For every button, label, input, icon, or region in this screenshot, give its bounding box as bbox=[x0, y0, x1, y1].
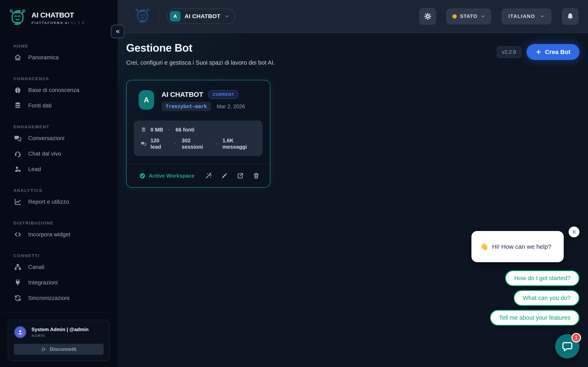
chat-close-button[interactable]: ✕ bbox=[569, 226, 579, 237]
section-connetti: CONNETTI bbox=[9, 253, 118, 258]
topbar: A AI CHATBOT STATO ITALIANO bbox=[118, 0, 588, 33]
storage-stats: 0 MB · 66 fonti bbox=[141, 127, 256, 133]
sidebar-collapse-button[interactable]: « bbox=[111, 25, 125, 38]
pencil-icon bbox=[221, 172, 228, 179]
chat-bubbles-icon bbox=[141, 141, 146, 147]
brand-name: AI CHATBOT bbox=[31, 11, 85, 19]
create-bot-button[interactable]: Crea Bot bbox=[527, 44, 579, 60]
workspace-name: AI CHATBOT bbox=[162, 91, 203, 99]
logout-icon bbox=[41, 347, 47, 352]
sidebar-item-chat-dal-vivo[interactable]: Chat dal vivo bbox=[9, 146, 118, 161]
sidebar-footer: System Admin | @admin ADMIN Disconnetti bbox=[0, 312, 118, 367]
brand-block: AI CHATBOT PIATTAFORMA AIV2.2.9 bbox=[0, 0, 118, 26]
workspace-card: A AI CHATBOT CURRENT frenzybot-mark Mar … bbox=[126, 80, 270, 188]
sidebar-item-canali[interactable]: Canali bbox=[9, 259, 118, 275]
magic-wand-button[interactable] bbox=[205, 172, 212, 179]
sidebar-item-integrazioni[interactable]: Integrazioni bbox=[9, 275, 118, 290]
sidebar-item-panoramica[interactable]: Panoramica bbox=[9, 50, 118, 65]
section-home: HOME bbox=[9, 44, 118, 49]
chat-widget: 👋 Hi! How can we help? ✕ How do I get st… bbox=[471, 226, 579, 359]
page-title: Gestione Bot bbox=[126, 42, 275, 54]
workspace-card-avatar: A bbox=[139, 90, 154, 110]
magic-wand-icon bbox=[205, 172, 212, 179]
chevron-down-icon bbox=[481, 14, 485, 18]
database-icon bbox=[14, 102, 22, 109]
headset-icon bbox=[14, 150, 22, 158]
person-tag-icon bbox=[14, 165, 22, 173]
chevron-down-icon bbox=[225, 14, 229, 19]
robot-logo-icon bbox=[9, 9, 26, 26]
current-badge: CURRENT bbox=[208, 90, 239, 99]
sidebar-nav: HOME Panoramica CONOSCENZA Base di conos… bbox=[0, 26, 118, 312]
logout-button[interactable]: Disconnetti bbox=[14, 344, 104, 355]
chat-bubble-icon bbox=[562, 341, 573, 352]
page-subtitle: Crei, configuri e gestisca i Suoi spazi … bbox=[126, 59, 275, 66]
delete-button[interactable] bbox=[253, 172, 260, 179]
check-circle-icon bbox=[139, 173, 146, 179]
workspace-avatar: A bbox=[170, 11, 181, 22]
sidebar-item-fonti-dati[interactable]: Fonti dati bbox=[9, 98, 118, 113]
wave-emoji: 👋 bbox=[480, 243, 488, 250]
workspace-date: Mar 2, 2026 bbox=[217, 103, 245, 110]
sync-icon bbox=[14, 294, 22, 302]
bell-icon bbox=[566, 12, 574, 20]
user-role: ADMIN bbox=[31, 334, 89, 338]
language-dropdown[interactable]: ITALIANO bbox=[502, 8, 552, 25]
user-panel: System Admin | @admin ADMIN Disconnetti bbox=[8, 320, 110, 361]
database-icon bbox=[141, 127, 146, 133]
workspace-selector[interactable]: A AI CHATBOT bbox=[167, 8, 235, 24]
brand-version: V2.2.9 bbox=[71, 21, 85, 25]
sidebar-item-lead[interactable]: Lead bbox=[9, 161, 118, 177]
sidebar: AI CHATBOT PIATTAFORMA AIV2.2.9 HOME Pan… bbox=[0, 0, 118, 367]
notifications-button[interactable] bbox=[562, 8, 579, 25]
external-link-icon bbox=[237, 172, 244, 179]
avatar bbox=[14, 326, 26, 338]
chat-suggestion-3[interactable]: Tell me about your features bbox=[490, 310, 579, 325]
version-badge: v2.2.9 bbox=[497, 46, 521, 58]
settings-button[interactable] bbox=[419, 8, 436, 25]
open-external-button[interactable] bbox=[237, 172, 244, 179]
section-analytics: ANALYTICS bbox=[9, 188, 118, 193]
section-engagement: ENGAGEMENT bbox=[9, 124, 118, 129]
status-dot bbox=[452, 14, 457, 18]
chat-bubbles-icon bbox=[14, 134, 22, 142]
plug-icon bbox=[14, 279, 22, 286]
line-chart-icon bbox=[14, 198, 22, 206]
status-dropdown[interactable]: STATO bbox=[446, 8, 491, 25]
trash-icon bbox=[253, 172, 260, 179]
sidebar-item-base-di-conoscenza[interactable]: Base di conoscenza bbox=[9, 82, 118, 98]
chat-suggestion-1[interactable]: How do I get started? bbox=[505, 270, 579, 286]
robot-logo-icon-muted bbox=[135, 8, 150, 24]
edit-button[interactable] bbox=[221, 172, 228, 179]
active-workspace-status: Active Workspace bbox=[139, 173, 195, 179]
engagement-stats: 120 lead · 302 sessioni · 1.6K messaggi bbox=[141, 137, 256, 150]
section-distribuzione: DISTRIBUZIONE bbox=[9, 221, 118, 225]
user-icon bbox=[17, 329, 24, 336]
topbar-divider bbox=[158, 9, 159, 24]
section-conoscenza: CONOSCENZA bbox=[9, 76, 118, 81]
sidebar-item-sincronizzazioni[interactable]: Sincronizzazioni bbox=[9, 290, 118, 306]
workspace-stats: 0 MB · 66 fonti 120 lead · 302 sessioni … bbox=[134, 120, 263, 156]
workspace-slug: frenzybot-mark bbox=[162, 102, 211, 111]
code-icon bbox=[14, 231, 22, 238]
chevron-down-icon bbox=[540, 14, 545, 18]
unread-count-badge: 1 bbox=[571, 333, 581, 342]
sitemap-icon bbox=[14, 263, 22, 271]
app-root: AI CHATBOT PIATTAFORMA AIV2.2.9 HOME Pan… bbox=[0, 0, 588, 367]
sidebar-item-incorpora-widget[interactable]: Incorpora widget bbox=[9, 227, 118, 242]
chat-suggestion-2[interactable]: What can you do? bbox=[514, 290, 579, 306]
sidebar-item-report-e-utilizzo[interactable]: Report e utilizzo bbox=[9, 194, 118, 210]
gear-icon bbox=[424, 12, 432, 20]
plus-icon bbox=[536, 49, 542, 55]
brain-icon bbox=[14, 86, 22, 94]
home-icon bbox=[14, 54, 22, 61]
user-name: System Admin | @admin bbox=[31, 327, 89, 332]
chat-greeting-bubble: 👋 Hi! How can we help? bbox=[471, 231, 564, 262]
sidebar-item-conversazioni[interactable]: Conversazioni bbox=[9, 131, 118, 146]
brand-subtitle: PIATTAFORMA AI bbox=[31, 21, 69, 25]
